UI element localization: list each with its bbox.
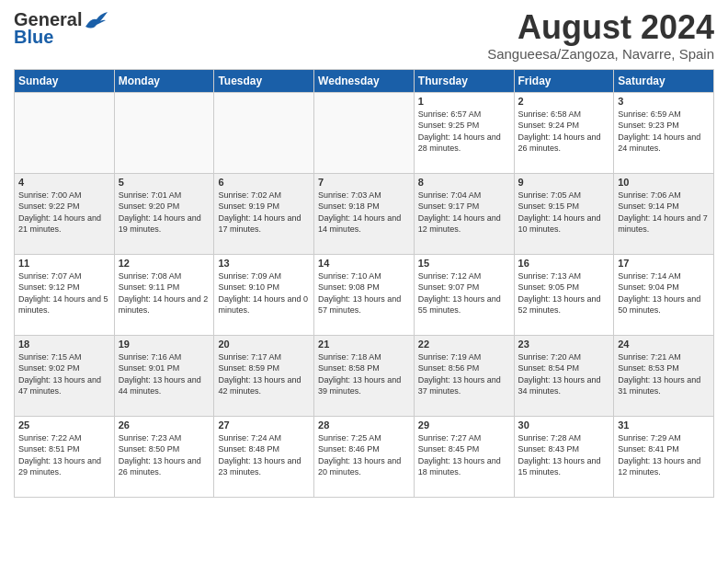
day-info: Sunrise: 7:02 AMSunset: 9:19 PMDaylight:… [218, 190, 310, 236]
day-number: 23 [518, 339, 610, 350]
table-row: 14Sunrise: 7:10 AMSunset: 9:08 PMDayligh… [314, 254, 415, 335]
day-number: 30 [518, 419, 610, 431]
table-row: 16Sunrise: 7:13 AMSunset: 9:05 PMDayligh… [514, 254, 614, 335]
day-number: 20 [218, 339, 310, 350]
table-row: 7Sunrise: 7:03 AMSunset: 9:18 PMDaylight… [314, 173, 415, 254]
table-row: 4Sunrise: 7:00 AMSunset: 9:22 PMDaylight… [15, 173, 115, 254]
day-number: 31 [618, 419, 710, 431]
logo-bird-icon [84, 10, 109, 30]
table-row: 22Sunrise: 7:19 AMSunset: 8:56 PMDayligh… [414, 335, 514, 416]
calendar-week-row: 18Sunrise: 7:15 AMSunset: 9:02 PMDayligh… [15, 335, 714, 416]
day-info: Sunrise: 7:16 AMSunset: 9:01 PMDaylight:… [119, 351, 210, 397]
day-number: 14 [318, 258, 410, 269]
day-number: 26 [119, 419, 210, 431]
day-number: 17 [618, 258, 710, 269]
day-info: Sunrise: 7:07 AMSunset: 9:12 PMDaylight:… [18, 270, 110, 316]
table-row: 13Sunrise: 7:09 AMSunset: 9:10 PMDayligh… [214, 254, 314, 335]
title-section: August 2024 Sangueesa/Zangoza, Navarre, … [487, 9, 714, 62]
day-info: Sunrise: 7:17 AMSunset: 8:59 PMDaylight:… [218, 351, 310, 397]
day-info: Sunrise: 7:21 AMSunset: 8:53 PMDaylight:… [618, 351, 710, 397]
calendar-week-row: 11Sunrise: 7:07 AMSunset: 9:12 PMDayligh… [15, 254, 714, 335]
day-info: Sunrise: 7:08 AMSunset: 9:11 PMDaylight:… [119, 270, 210, 316]
day-info: Sunrise: 6:59 AMSunset: 9:23 PMDaylight:… [618, 109, 710, 155]
col-saturday: Saturday [614, 69, 714, 92]
day-number: 22 [418, 339, 510, 350]
day-number: 28 [318, 419, 410, 431]
day-info: Sunrise: 7:28 AMSunset: 8:43 PMDaylight:… [518, 432, 610, 478]
day-info: Sunrise: 6:58 AMSunset: 9:24 PMDaylight:… [518, 109, 610, 155]
day-number: 24 [618, 339, 710, 350]
page-header: General Blue August 2024 Sangueesa/Zango… [14, 9, 714, 62]
day-info: Sunrise: 7:20 AMSunset: 8:54 PMDaylight:… [518, 351, 610, 397]
day-number: 11 [18, 258, 110, 269]
day-info: Sunrise: 7:22 AMSunset: 8:51 PMDaylight:… [18, 432, 110, 478]
day-info: Sunrise: 7:14 AMSunset: 9:04 PMDaylight:… [618, 270, 710, 316]
day-number: 13 [218, 258, 310, 269]
table-row: 20Sunrise: 7:17 AMSunset: 8:59 PMDayligh… [214, 335, 314, 416]
day-number: 1 [418, 96, 510, 107]
table-row: 30Sunrise: 7:28 AMSunset: 8:43 PMDayligh… [514, 416, 614, 497]
table-row: 18Sunrise: 7:15 AMSunset: 9:02 PMDayligh… [15, 335, 115, 416]
day-info: Sunrise: 7:23 AMSunset: 8:50 PMDaylight:… [119, 432, 210, 478]
col-sunday: Sunday [15, 69, 115, 92]
table-row: 8Sunrise: 7:04 AMSunset: 9:17 PMDaylight… [414, 173, 514, 254]
col-friday: Friday [514, 69, 614, 92]
day-info: Sunrise: 7:06 AMSunset: 9:14 PMDaylight:… [618, 190, 710, 236]
table-row: 31Sunrise: 7:29 AMSunset: 8:41 PMDayligh… [614, 416, 714, 497]
table-row: 21Sunrise: 7:18 AMSunset: 8:58 PMDayligh… [314, 335, 415, 416]
location-subtitle: Sangueesa/Zangoza, Navarre, Spain [487, 46, 714, 62]
calendar-week-row: 1Sunrise: 6:57 AMSunset: 9:25 PMDaylight… [15, 92, 714, 173]
table-row: 10Sunrise: 7:06 AMSunset: 9:14 PMDayligh… [614, 173, 714, 254]
table-row: 15Sunrise: 7:12 AMSunset: 9:07 PMDayligh… [414, 254, 514, 335]
table-row [314, 92, 415, 173]
table-row: 1Sunrise: 6:57 AMSunset: 9:25 PMDaylight… [414, 92, 514, 173]
calendar-header-row: Sunday Monday Tuesday Wednesday Thursday… [15, 69, 714, 92]
col-thursday: Thursday [414, 69, 514, 92]
table-row: 6Sunrise: 7:02 AMSunset: 9:19 PMDaylight… [214, 173, 314, 254]
day-info: Sunrise: 7:09 AMSunset: 9:10 PMDaylight:… [218, 270, 310, 316]
day-info: Sunrise: 7:03 AMSunset: 9:18 PMDaylight:… [318, 190, 410, 236]
logo: General Blue [14, 9, 109, 48]
day-number: 25 [18, 419, 110, 431]
day-number: 7 [318, 177, 410, 188]
table-row: 17Sunrise: 7:14 AMSunset: 9:04 PMDayligh… [614, 254, 714, 335]
table-row: 19Sunrise: 7:16 AMSunset: 9:01 PMDayligh… [114, 335, 214, 416]
table-row: 9Sunrise: 7:05 AMSunset: 9:15 PMDaylight… [514, 173, 614, 254]
day-info: Sunrise: 7:10 AMSunset: 9:08 PMDaylight:… [318, 270, 410, 316]
table-row: 3Sunrise: 6:59 AMSunset: 9:23 PMDaylight… [614, 92, 714, 173]
table-row: 12Sunrise: 7:08 AMSunset: 9:11 PMDayligh… [114, 254, 214, 335]
day-number: 10 [618, 177, 710, 188]
calendar-week-row: 4Sunrise: 7:00 AMSunset: 9:22 PMDaylight… [15, 173, 714, 254]
table-row: 24Sunrise: 7:21 AMSunset: 8:53 PMDayligh… [614, 335, 714, 416]
logo-blue-text: Blue [14, 27, 53, 48]
day-info: Sunrise: 6:57 AMSunset: 9:25 PMDaylight:… [418, 109, 510, 155]
day-number: 9 [518, 177, 610, 188]
day-number: 15 [418, 258, 510, 269]
table-row [15, 92, 115, 173]
day-info: Sunrise: 7:29 AMSunset: 8:41 PMDaylight:… [618, 432, 710, 478]
day-info: Sunrise: 7:05 AMSunset: 9:15 PMDaylight:… [518, 190, 610, 236]
day-number: 12 [119, 258, 210, 269]
day-info: Sunrise: 7:25 AMSunset: 8:46 PMDaylight:… [318, 432, 410, 478]
col-wednesday: Wednesday [314, 69, 415, 92]
table-row: 5Sunrise: 7:01 AMSunset: 9:20 PMDaylight… [114, 173, 214, 254]
table-row: 23Sunrise: 7:20 AMSunset: 8:54 PMDayligh… [514, 335, 614, 416]
month-year-title: August 2024 [487, 9, 714, 46]
day-number: 27 [218, 419, 310, 431]
day-number: 6 [218, 177, 310, 188]
table-row: 11Sunrise: 7:07 AMSunset: 9:12 PMDayligh… [15, 254, 115, 335]
table-row: 29Sunrise: 7:27 AMSunset: 8:45 PMDayligh… [414, 416, 514, 497]
day-info: Sunrise: 7:15 AMSunset: 9:02 PMDaylight:… [18, 351, 110, 397]
table-row: 27Sunrise: 7:24 AMSunset: 8:48 PMDayligh… [214, 416, 314, 497]
day-number: 8 [418, 177, 510, 188]
day-number: 4 [18, 177, 110, 188]
day-number: 16 [518, 258, 610, 269]
day-info: Sunrise: 7:01 AMSunset: 9:20 PMDaylight:… [119, 190, 210, 236]
table-row: 2Sunrise: 6:58 AMSunset: 9:24 PMDaylight… [514, 92, 614, 173]
day-number: 29 [418, 419, 510, 431]
calendar-week-row: 25Sunrise: 7:22 AMSunset: 8:51 PMDayligh… [15, 416, 714, 497]
table-row: 26Sunrise: 7:23 AMSunset: 8:50 PMDayligh… [114, 416, 214, 497]
day-info: Sunrise: 7:27 AMSunset: 8:45 PMDaylight:… [418, 432, 510, 478]
day-number: 18 [18, 339, 110, 350]
table-row: 25Sunrise: 7:22 AMSunset: 8:51 PMDayligh… [15, 416, 115, 497]
